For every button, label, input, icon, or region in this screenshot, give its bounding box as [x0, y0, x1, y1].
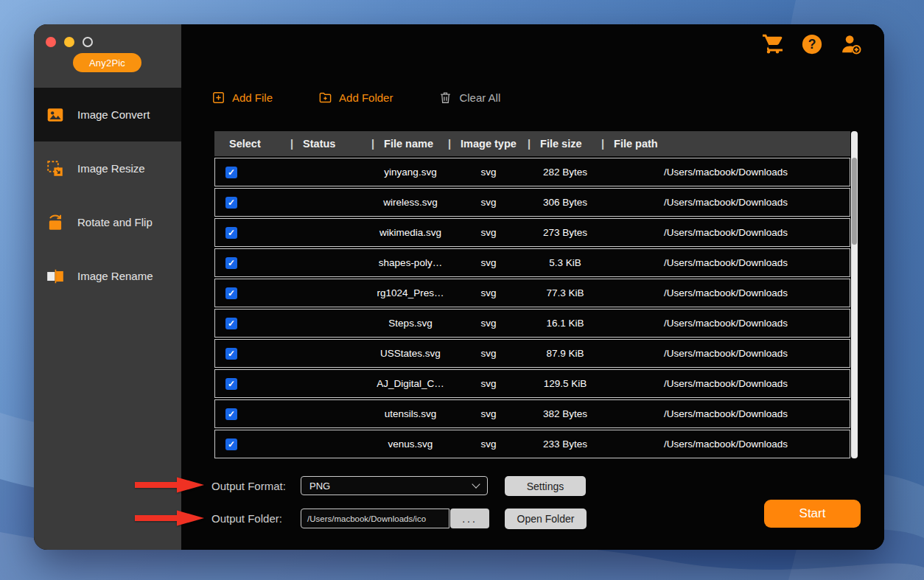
header-image-type: |Image type	[448, 131, 528, 156]
add-file-icon	[211, 91, 225, 105]
row-checkbox[interactable]: ✓	[225, 197, 237, 209]
cell-file-size: 87.9 KiB	[528, 340, 602, 367]
cell-status	[291, 430, 372, 458]
cell-file-path: /Users/macbook/Downloads	[602, 279, 850, 307]
output-folder-group: /Users/macbook/Downloads/ico ...	[301, 509, 489, 528]
sidebar-item-label: Rotate and Flip	[77, 216, 153, 228]
table-scrollbar-track[interactable]	[851, 131, 858, 458]
cell-file-path: /Users/macbook/Downloads	[602, 430, 850, 458]
header-separator: |	[290, 138, 293, 150]
cell-file-name: utensils.svg	[372, 400, 449, 427]
table-scrollbar-thumb[interactable]	[852, 158, 857, 245]
cell-file-size: 16.1 KiB	[528, 310, 602, 337]
sidebar: Any2Pic Image Convert Image Resize	[34, 24, 181, 550]
table-row: ✓ wireless.svg svg 306 Bytes /Users/macb…	[214, 188, 850, 217]
open-folder-button[interactable]: Open Folder	[505, 509, 587, 529]
cell-file-name: wikimedia.svg	[372, 219, 449, 246]
cell-file-name: USStates.svg	[372, 340, 449, 367]
sidebar-item-rotate-and-flip[interactable]: Rotate and Flip	[34, 195, 181, 249]
clear-all-label: Clear All	[459, 91, 500, 104]
cell-status	[291, 189, 372, 216]
cell-file-name: venus.svg	[372, 430, 449, 458]
add-folder-button[interactable]: Add Folder	[318, 91, 393, 105]
sidebar-item-image-resize[interactable]: Image Resize	[34, 141, 181, 195]
sidebar-nav: Image Convert Image Resize Rotate and Fl…	[34, 88, 181, 303]
minimize-window-button[interactable]	[64, 37, 74, 47]
cell-file-size: 306 Bytes	[528, 189, 602, 216]
cell-file-name: Steps.svg	[372, 310, 449, 337]
cell-image-type: svg	[449, 158, 528, 186]
cell-image-type: svg	[449, 189, 528, 216]
svg-text:?: ?	[808, 37, 816, 52]
header-select: Select	[214, 131, 290, 156]
file-toolbar: Add File Add Folder Clear All	[211, 88, 546, 107]
header-separator: |	[601, 138, 604, 150]
row-checkbox[interactable]: ✓	[225, 439, 237, 450]
cart-icon[interactable]	[762, 33, 784, 55]
add-folder-label: Add Folder	[339, 91, 393, 104]
close-window-button[interactable]	[46, 37, 56, 47]
row-checkbox[interactable]: ✓	[225, 167, 237, 178]
add-file-label: Add File	[232, 91, 273, 104]
sidebar-item-image-rename[interactable]: Image Rename	[34, 249, 181, 303]
cell-image-type: svg	[449, 249, 528, 276]
cell-file-path: /Users/macbook/Downloads	[602, 219, 850, 246]
help-icon[interactable]: ?	[801, 33, 823, 55]
fullscreen-window-button[interactable]	[83, 37, 93, 47]
table-row: ✓ utensils.svg svg 382 Bytes /Users/macb…	[214, 399, 850, 428]
app-logo-badge: Any2Pic	[73, 53, 141, 72]
table-row: ✓ yinyang.svg svg 282 Bytes /Users/macbo…	[214, 158, 850, 186]
header-file-size: |File size	[528, 131, 601, 156]
annotation-arrow-output-format	[135, 476, 205, 494]
row-checkbox[interactable]: ✓	[225, 227, 237, 239]
clear-all-button[interactable]: Clear All	[438, 91, 500, 105]
cell-file-name: AJ_Digital_C…	[372, 370, 449, 397]
cell-status	[291, 279, 372, 307]
cell-status	[291, 310, 372, 337]
sidebar-item-image-convert[interactable]: Image Convert	[34, 88, 181, 141]
cell-file-path: /Users/macbook/Downloads	[602, 310, 850, 337]
sidebar-item-label: Image Resize	[77, 162, 145, 175]
cell-file-name: wireless.svg	[372, 189, 449, 216]
table-row: ✓ USStates.svg svg 87.9 KiB /Users/macbo…	[214, 339, 850, 368]
main-panel: ? Add File Add Folder	[181, 24, 884, 550]
row-checkbox[interactable]: ✓	[225, 348, 237, 360]
cell-file-name: yinyang.svg	[372, 158, 449, 186]
rotate-flip-icon	[46, 213, 65, 232]
table-row: ✓ Steps.svg svg 16.1 KiB /Users/macbook/…	[214, 309, 850, 338]
desktop-background: Any2Pic Image Convert Image Resize	[0, 0, 924, 580]
image-convert-icon	[46, 105, 65, 125]
output-format-select[interactable]: PNG	[301, 476, 488, 495]
cell-file-size: 129.5 KiB	[528, 370, 602, 397]
output-folder-field[interactable]: /Users/macbook/Downloads/ico	[301, 509, 449, 528]
cell-status	[291, 249, 372, 276]
table-header: Select |Status |File name |Image type |F…	[214, 131, 850, 156]
cell-file-path: /Users/macbook/Downloads	[602, 158, 850, 186]
app-window: Any2Pic Image Convert Image Resize	[34, 24, 884, 550]
cell-image-type: svg	[449, 400, 528, 427]
trash-icon	[438, 91, 452, 105]
cell-status	[291, 219, 372, 246]
cell-image-type: svg	[449, 340, 528, 367]
row-checkbox[interactable]: ✓	[225, 378, 237, 390]
start-button[interactable]: Start	[764, 500, 861, 528]
cell-file-path: /Users/macbook/Downloads	[602, 340, 850, 367]
cell-file-path: /Users/macbook/Downloads	[602, 249, 850, 276]
file-table: Select |Status |File name |Image type |F…	[214, 131, 858, 458]
browse-folder-button[interactable]: ...	[450, 509, 489, 528]
row-checkbox[interactable]: ✓	[225, 287, 237, 299]
header-file-name: |File name	[371, 131, 448, 156]
cell-image-type: svg	[449, 430, 528, 458]
settings-button[interactable]: Settings	[505, 476, 586, 496]
row-checkbox[interactable]: ✓	[225, 257, 237, 269]
table-row: ✓ AJ_Digital_C… svg 129.5 KiB /Users/mac…	[214, 369, 850, 398]
row-checkbox[interactable]: ✓	[225, 318, 237, 329]
add-file-button[interactable]: Add File	[211, 91, 273, 105]
traffic-lights	[46, 37, 93, 47]
row-checkbox[interactable]: ✓	[225, 408, 237, 420]
table-row: ✓ venus.svg svg 233 Bytes /Users/macbook…	[214, 430, 850, 458]
output-format-value: PNG	[309, 481, 330, 492]
chevron-down-icon	[472, 480, 480, 488]
add-user-icon[interactable]	[840, 33, 862, 55]
sidebar-item-label: Image Rename	[77, 270, 153, 282]
